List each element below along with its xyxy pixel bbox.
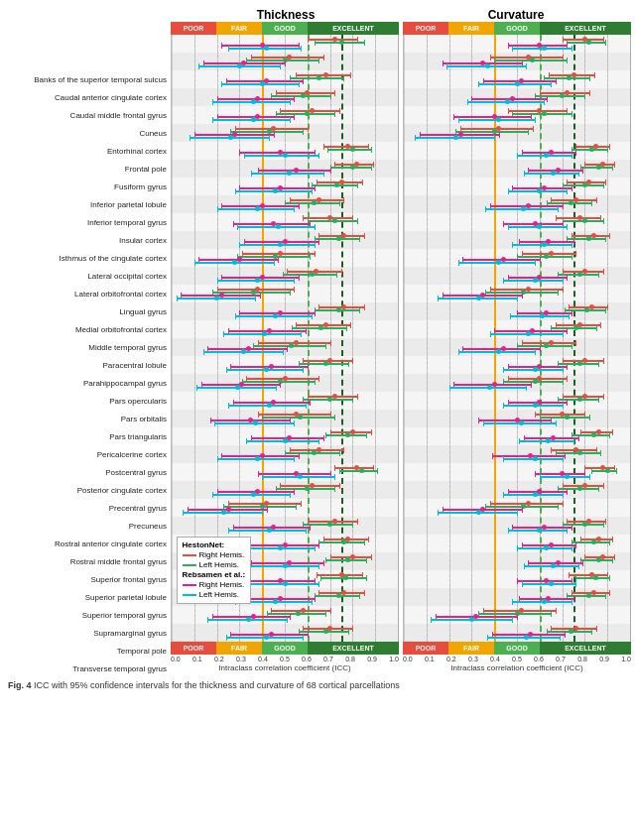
cap-30-rh--1 [317,572,318,578]
dot-26-reb_lh [476,510,481,515]
cap-17-rh-1 [575,340,576,346]
cap-12-reb_rh-1 [540,257,541,263]
cap-1-reb_rh-1 [285,60,286,66]
cap-3-rh-1 [589,90,590,96]
cap-7-rh-1 [373,162,374,168]
legend-swatch [183,584,196,586]
dot-20-reb_lh [533,403,538,408]
cap-4-reb_lh-1 [535,117,536,123]
legend-label: Right Hemis. [199,550,245,559]
cap-32-lh-1 [551,611,552,617]
cap-32-reb_lh-1 [287,617,288,623]
dot-18-lh [323,361,328,366]
cap-0-reb_lh--1 [512,46,513,52]
cap-12-reb_lh--1 [194,260,195,266]
region-label-5: Frontal pole [4,160,171,178]
cap-20-rh-1 [603,394,604,400]
cap-3-lh-1 [330,93,331,99]
region-label-0: Banks of the superior temporal sulcus [4,70,171,88]
dot-29-lh [596,557,601,562]
cap-5-rh-1 [308,126,309,132]
cap-31-reb_lh--1 [512,599,513,605]
cap-19-reb_rh-1 [280,382,281,388]
cap-19-lh-1 [563,379,564,385]
cap-23-reb_rh--1 [492,453,493,459]
cap-10-rh--1 [556,215,557,221]
cap-9-reb_lh-1 [294,206,295,212]
special-vline-2 [341,35,343,642]
vgrid-5 [285,35,286,642]
cap-7-rh-1 [614,162,615,168]
cap-23-reb_lh--1 [503,456,504,462]
cap-0-reb_rh--1 [508,43,509,49]
cap-9-reb_lh-1 [558,206,559,212]
cap-18-rh-1 [603,358,604,364]
cap-21-reb_lh-1 [294,420,295,426]
cap-33-rh-1 [596,626,597,632]
cap-22-rh-1 [612,429,613,435]
cap-30-lh--1 [320,575,321,581]
cap-33-lh-1 [348,629,349,635]
cap-7-lh-1 [371,165,372,171]
legend-label: HestonNet: [183,540,225,549]
region-label-1: Caudal anterior cingulate cortex [4,88,171,106]
cap-14-lh-1 [290,290,291,296]
cap-23-rh-1 [343,447,344,453]
cap-25-reb_lh--1 [212,492,213,498]
cap-20-reb_lh--1 [228,403,229,409]
cap-33-reb_lh-1 [560,635,561,641]
excellent-bar-bot-t: EXCELLENT [308,642,399,655]
cap-30-reb_lh--1 [522,581,523,587]
cap-12-lh-1 [572,254,572,260]
legend-item: Left Hemis. [183,560,246,569]
special-vline-2 [573,35,575,642]
cap-4-lh-1 [334,111,335,117]
dot-19-lh [533,379,538,384]
cap-0-reb_rh--1 [221,43,222,49]
cap-22-reb_rh-1 [323,435,324,441]
cap-17-reb_lh-1 [283,349,284,355]
vgrid-8 [584,35,585,642]
cap-28-reb_lh-1 [315,545,316,551]
cap-29-rh-1 [614,554,615,560]
cap-31-reb_rh-1 [573,596,574,602]
cap-10-reb_rh--1 [503,221,504,227]
cap-33-reb_lh--1 [226,635,227,641]
cap-17-reb_lh-1 [535,349,536,355]
cap-22-reb_lh--1 [519,438,520,444]
cap-2-reb_lh--1 [221,81,222,87]
cap-29-lh--1 [325,557,326,563]
cap-18-reb_lh-1 [303,367,304,373]
cap-26-rh-1 [563,501,564,507]
cap-22-reb_rh-1 [578,435,579,441]
cap-15-rh-1 [607,304,608,310]
cap-14-lh-1 [558,290,559,296]
good-bar-bot-t: GOOD [262,642,308,655]
excellent-bar-top-c: EXCELLENT [540,22,631,35]
cap-30-reb_lh-1 [575,581,576,587]
cap-7-reb_lh--1 [251,171,252,177]
fig-caption: Fig. 4 Fig. 4 ICC with 95% confidence in… [4,677,631,693]
cap-6-lh--1 [327,147,328,153]
cap-3-rh-1 [334,90,335,96]
cap-11-lh-1 [359,236,360,242]
cap-4-reb_lh-1 [290,117,291,123]
cap-18-reb_lh--1 [503,367,504,373]
cap-10-lh-1 [603,218,604,224]
cap-0-lh-1 [364,40,365,46]
region-label-6: Fusiform gyrus [4,178,171,195]
cap-0-reb_lh-1 [572,46,572,52]
cap-23-lh-1 [339,450,340,456]
cap-26-reb_lh-1 [517,510,518,516]
x-label-curvature: Intraclass correlation coefficient (ICC) [403,663,631,672]
region-label-32: Temporal pole [4,642,171,660]
cap-2-reb_lh-1 [299,81,300,87]
cap-8-reb_rh-1 [315,185,316,191]
cap-23-reb_rh-1 [565,453,566,459]
vgrid-10 [398,35,399,642]
cap-9-reb_rh-1 [563,203,564,209]
cap-16-lh-1 [596,325,597,331]
legend-swatch [183,594,196,596]
cap-31-reb_lh-1 [312,599,313,605]
cap-15-reb_rh-1 [572,310,572,316]
